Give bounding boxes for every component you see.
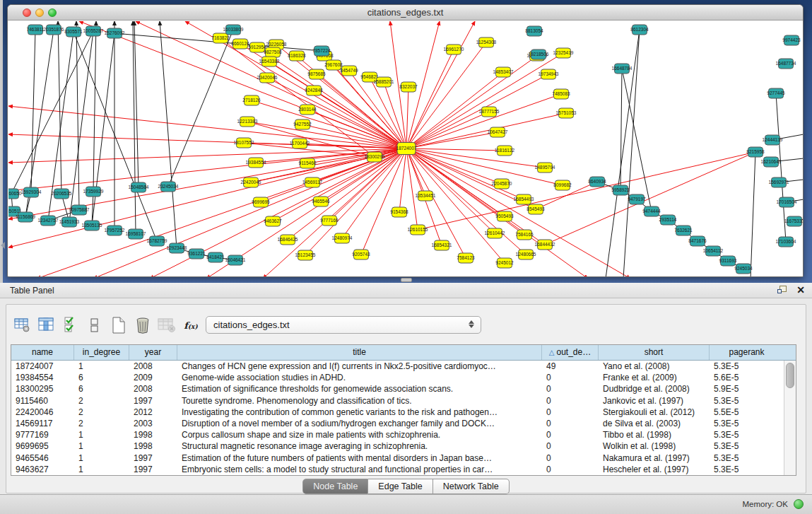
graph-node[interactable]: 16854321 (432, 240, 452, 250)
column-header-name[interactable]: name (11, 345, 74, 360)
graph-node[interactable]: 10647427 (488, 127, 508, 137)
graph-edge[interactable] (406, 112, 489, 148)
graph-node[interactable]: 9361221 (187, 249, 206, 259)
graph-node[interactable]: 9699695 (252, 197, 270, 207)
graph-node[interactable]: 12480665 (516, 250, 536, 259)
graph-node[interactable]: 8813054 (525, 26, 543, 36)
graph-node[interactable]: 12610442 (485, 228, 505, 238)
graph-node[interactable]: 18107552 (234, 138, 254, 148)
graph-edge[interactable] (31, 30, 35, 192)
float-panel-icon[interactable] (777, 286, 788, 295)
graph-edge[interactable] (160, 21, 177, 248)
graph-node[interactable]: 9479197 (628, 194, 646, 204)
table-row[interactable]: 1872400712008Changes of HCN gene express… (11, 361, 784, 372)
graph-node[interactable]: 10055287 (83, 26, 104, 36)
row-height-icon[interactable] (84, 316, 105, 334)
graph-node[interactable]: 11156869 (16, 212, 35, 222)
graph-edge[interactable] (406, 49, 454, 148)
graph-edge[interactable] (8, 134, 406, 148)
graph-node[interactable]: 15751053 (556, 108, 577, 118)
network-canvas[interactable]: 1872400771638228660124591295423226058982… (8, 21, 804, 277)
graph-node[interactable]: 17103604 (776, 237, 796, 247)
graph-node[interactable]: 12480974 (332, 233, 353, 243)
graph-node[interactable]: 8660124 (231, 39, 249, 49)
graph-edge[interactable] (751, 152, 755, 277)
column-header-title[interactable]: title (177, 345, 542, 360)
graph-node[interactable]: 16543382 (259, 57, 280, 66)
graph-node[interactable]: 9205743 (352, 250, 370, 259)
graph-node[interactable]: 9465546 (312, 197, 330, 206)
graph-node[interactable]: 14853407 (493, 67, 514, 77)
graph-edge[interactable] (545, 152, 755, 245)
table-settings-icon[interactable] (12, 316, 33, 334)
graph-edge[interactable] (58, 21, 61, 194)
graph-node[interactable]: 15276092 (105, 28, 125, 38)
column-header-year[interactable]: year (129, 345, 177, 360)
graph-node[interactable]: 16961270 (444, 45, 464, 54)
graph-node[interactable]: 11451933 (59, 217, 80, 227)
table-row[interactable]: 2242004622012Investigating the contribut… (11, 407, 784, 418)
delete-table-icon[interactable] (132, 316, 153, 334)
graph-edge[interactable] (8, 148, 406, 163)
graph-node[interactable]: 9463627 (264, 216, 282, 226)
graph-node[interactable]: 9245034 (734, 264, 753, 274)
graph-node[interactable]: 18300295 (365, 152, 385, 162)
graph-node[interactable]: 14569117 (302, 177, 323, 187)
graph-node[interactable]: 23245034 (158, 182, 179, 192)
column-header-pagerank[interactable]: pagerank (710, 345, 784, 360)
graph-edge[interactable] (93, 21, 96, 192)
window-titlebar[interactable]: citations_edges.txt (8, 5, 803, 21)
graph-edge[interactable] (76, 21, 79, 210)
new-table-icon[interactable] (108, 316, 129, 334)
graph-node[interactable]: 19734943 (539, 69, 559, 79)
graph-node[interactable]: 10654112 (703, 246, 724, 256)
graph-node[interactable]: 9277445 (767, 88, 785, 98)
graph-node[interactable]: 12610155 (408, 225, 428, 235)
graph-edge[interactable] (8, 148, 406, 219)
table-row[interactable]: 946554611997Estimation of the future num… (11, 452, 784, 464)
graph-node[interactable]: 16782759 (147, 236, 167, 246)
graph-node[interactable]: 15123455 (295, 250, 316, 260)
citation-network-graph[interactable]: 1872400771638228660124591295423226058982… (8, 21, 804, 277)
graph-node[interactable]: 9245012 (495, 258, 514, 268)
graph-node[interactable]: 2718126 (242, 95, 261, 105)
graph-node[interactable]: 18777155 (479, 107, 500, 117)
graph-node[interactable]: 22045870 (492, 179, 512, 189)
table-row[interactable]: 977716911998Corpus callosum shape and si… (11, 429, 784, 440)
column-header-out_degree[interactable]: △out_de… (542, 345, 599, 360)
graph-node[interactable]: 8454749 (340, 66, 358, 76)
graph-node[interactable]: 8305571 (64, 27, 83, 37)
graph-node[interactable]: 19218506 (529, 49, 549, 59)
graph-edge[interactable] (406, 148, 418, 230)
column-header-short[interactable]: short (599, 345, 710, 360)
graph-node[interactable]: 9974423 (782, 35, 801, 45)
graph-edge[interactable] (263, 148, 406, 277)
graph-node[interactable]: 17957252 (105, 226, 125, 235)
graph-node[interactable]: 12923448 (167, 243, 187, 253)
graph-edge[interactable] (406, 148, 502, 184)
tab-edge-table[interactable]: Edge Table (368, 479, 433, 494)
graph-node[interactable]: 11254308 (476, 37, 497, 47)
graph-node[interactable]: 16844432 (535, 240, 555, 250)
graph-node[interactable]: 90975887 (69, 205, 90, 215)
graph-node[interactable]: 13505135 (82, 221, 102, 230)
graph-edge[interactable] (252, 100, 406, 148)
graph-node[interactable]: 7584165 (515, 230, 534, 240)
tab-network-table[interactable]: Network Table (433, 479, 510, 494)
graph-node[interactable]: 15929304 (21, 187, 42, 197)
scrollbar-thumb[interactable] (786, 363, 794, 388)
graph-node[interactable]: 18724007 (396, 143, 417, 155)
graph-node[interactable]: 9154368 (390, 207, 408, 217)
graph-edge[interactable] (406, 148, 526, 255)
graph-node[interactable]: 2803144 (298, 105, 317, 115)
graph-node[interactable]: 5958923 (611, 185, 630, 195)
graph-node[interactable]: 16046421 (225, 255, 246, 265)
graph-edge[interactable] (406, 42, 486, 148)
graph-node[interactable]: 16487734 (776, 59, 796, 69)
graph-node[interactable]: 16033809 (223, 25, 244, 35)
graph-node[interactable]: 9115460 (299, 158, 317, 168)
graph-node[interactable]: 8471676 (688, 236, 707, 246)
graph-node[interactable]: 8215958 (746, 147, 765, 157)
graph-node[interactable]: 12342757 (38, 216, 59, 226)
graph-edge[interactable] (168, 30, 233, 187)
